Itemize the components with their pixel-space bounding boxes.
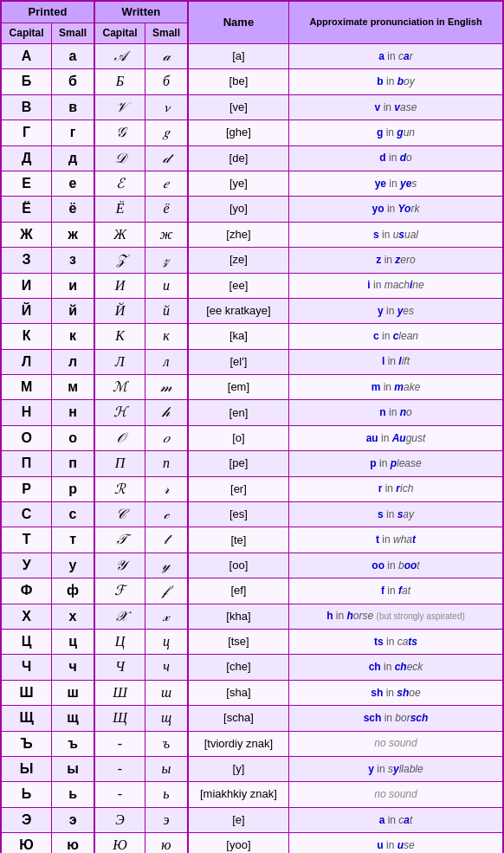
written-capital: 𝒟 xyxy=(94,145,145,171)
written-small: ъ xyxy=(145,731,188,756)
printed-small: ь xyxy=(52,782,94,807)
pronunciation: au in August xyxy=(288,425,503,450)
table-row: Ё ё Ё ё [yo] yo in York xyxy=(1,197,503,222)
table-row: В в 𝒱 𝓿 [ve] v in vase xyxy=(1,94,503,120)
table-row: Ч ч Ч ч [che] ch in check xyxy=(1,655,503,680)
written-small: 𝓍 xyxy=(145,604,188,629)
pronunciation: v in vase xyxy=(288,94,503,120)
pronunciation: p in please xyxy=(288,451,503,476)
written-small: 𝒻 xyxy=(145,578,188,604)
letter-name: [scha] xyxy=(188,706,289,731)
table-row: Ж ж Ж ж [zhe] s in usual xyxy=(1,222,503,247)
printed-small: ю xyxy=(52,833,94,853)
table-row: Щ щ Щ щ [scha] sch in borsch xyxy=(1,706,503,731)
pronunciation: d in do xyxy=(288,145,503,171)
table-row: Г г 𝒢 𝑔 [ghe] g in gun xyxy=(1,120,503,145)
letter-name: [che] xyxy=(188,655,289,680)
written-capital: - xyxy=(94,782,145,807)
written-capital: 𝒳 xyxy=(94,604,145,629)
written-small: 𝓎 xyxy=(145,553,188,578)
pronunciation: ts in cats xyxy=(288,629,503,654)
written-small: 𝓿 xyxy=(145,94,188,120)
name-header: Name xyxy=(188,1,289,43)
written-small: п xyxy=(145,451,188,476)
printed-capital: Ю xyxy=(1,833,52,853)
written-capital: Ж xyxy=(94,222,145,247)
printed-capital: К xyxy=(1,324,52,349)
table-row: Ц ц Ц ц [tse] ts in cats xyxy=(1,629,503,654)
printed-small: б xyxy=(52,69,94,94)
printed-small: е xyxy=(52,171,94,196)
pronunciation: b in boy xyxy=(288,69,503,94)
pronunciation: no sound xyxy=(288,782,503,807)
printed-small: э xyxy=(52,807,94,832)
table-row: Р р ℛ 𝓇 [er] r in rich xyxy=(1,476,503,501)
printed-capital: Б xyxy=(1,69,52,94)
printed-small: у xyxy=(52,553,94,578)
letter-name: [e] xyxy=(188,807,289,832)
printed-capital: М xyxy=(1,375,52,400)
pronunciation: ye in yes xyxy=(288,171,503,196)
printed-small: д xyxy=(52,145,94,171)
printed-small: ф xyxy=(52,578,94,604)
printed-small: н xyxy=(52,400,94,425)
written-capital: 𝒱 xyxy=(94,94,145,120)
printed-capital: Щ xyxy=(1,706,52,731)
printed-capital: В xyxy=(1,94,52,120)
written-small: ю xyxy=(145,833,188,853)
printed-capital: З xyxy=(1,248,52,273)
written-capital: 𝒯 xyxy=(94,527,145,553)
printed-small: ъ xyxy=(52,731,94,756)
written-capital: И xyxy=(94,273,145,298)
printed-small: к xyxy=(52,324,94,349)
pronunciation: a in car xyxy=(288,43,503,68)
printed-small: ы xyxy=(52,756,94,781)
table-row: М м ℳ 𝓂 [em] m in make xyxy=(1,375,503,400)
written-capital: ℱ xyxy=(94,578,145,604)
table-row: Ы ы - ы [y] y in syllable xyxy=(1,756,503,781)
written-capital: 𝒞 xyxy=(94,502,145,527)
written-capital: Э xyxy=(94,807,145,832)
table-row: Л л Л л [el'] l in lift xyxy=(1,349,503,374)
printed-capital: Л xyxy=(1,349,52,374)
printed-small: щ xyxy=(52,706,94,731)
written-small: б xyxy=(145,69,188,94)
table-row: А а 𝒜 𝒶 [a] a in car xyxy=(1,43,503,68)
pronunciation: u in use xyxy=(288,833,503,853)
pronunciation: a in cat xyxy=(288,807,503,832)
table-row: Ф ф ℱ 𝒻 [ef] f in fat xyxy=(1,578,503,604)
letter-name: [ze] xyxy=(188,248,289,273)
written-small: к xyxy=(145,324,188,349)
printed-small: в xyxy=(52,94,94,120)
written-small: ё xyxy=(145,197,188,222)
pronunciation: g in gun xyxy=(288,120,503,145)
printed-capital: У xyxy=(1,553,52,578)
written-small: л xyxy=(145,349,188,374)
pronunciation: sh in shoe xyxy=(288,680,503,705)
printed-capital: Г xyxy=(1,120,52,145)
written-capital: Ш xyxy=(94,680,145,705)
letter-name: [be] xyxy=(188,69,289,94)
printed-capital: Д xyxy=(1,145,52,171)
written-small: 𝓇 xyxy=(145,476,188,501)
printed-small: п xyxy=(52,451,94,476)
printed-capital: Н xyxy=(1,400,52,425)
printed-capital: Т xyxy=(1,527,52,553)
written-small: 𝑜 xyxy=(145,425,188,450)
table-row: У у 𝒴 𝓎 [oo] oo in boot xyxy=(1,553,503,578)
written-small-header: Small xyxy=(145,23,188,44)
written-capital: 𝒴 xyxy=(94,553,145,578)
printed-capital: Й xyxy=(1,298,52,323)
printed-capital: Ж xyxy=(1,222,52,247)
printed-capital: Ь xyxy=(1,782,52,807)
pronunciation: l in lift xyxy=(288,349,503,374)
table-row: Э э Э э [e] a in cat xyxy=(1,807,503,832)
written-small: 𝓂 xyxy=(145,375,188,400)
letter-name: [yoo] xyxy=(188,833,289,853)
letter-name: [ka] xyxy=(188,324,289,349)
written-small: ж xyxy=(145,222,188,247)
written-header: Written xyxy=(94,1,188,23)
printed-small: и xyxy=(52,273,94,298)
pronunciation: ch in check xyxy=(288,655,503,680)
letter-name: [er] xyxy=(188,476,289,501)
